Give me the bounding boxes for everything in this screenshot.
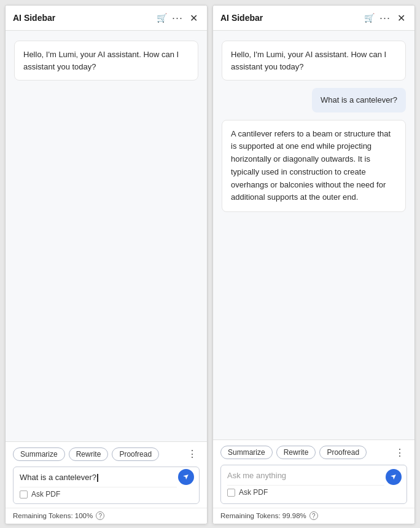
- send-button-left[interactable]: ➤: [178, 469, 194, 485]
- panel-header-left: AI Sidebar 🛒 ··· ✕: [6, 6, 207, 31]
- panel-header-right: AI Sidebar 🛒 ··· ✕: [213, 6, 414, 31]
- ask-pdf-label-left: Ask PDF: [31, 490, 60, 498]
- tokens-text-right: Remaining Tokens: 99.98%: [220, 512, 306, 519]
- left-panel: AI Sidebar 🛒 ··· ✕ Hello, I'm Lumi, your…: [5, 5, 208, 524]
- ask-pdf-checkbox-right[interactable]: [227, 489, 235, 497]
- bottom-section-left: Summarize Rewrite Proofread ⋮ What is a …: [6, 441, 207, 508]
- tokens-help-left[interactable]: ?: [96, 511, 104, 520]
- chip-summarize-right[interactable]: Summarize: [220, 446, 273, 459]
- right-panel: AI Sidebar 🛒 ··· ✕ Hello, I'm Lumi, your…: [212, 5, 415, 524]
- input-text-right[interactable]: Ask me anything: [227, 470, 384, 481]
- chip-proofread-left[interactable]: Proofread: [112, 447, 159, 461]
- chip-rewrite-left[interactable]: Rewrite: [69, 447, 109, 461]
- doc-btn-area-left: Ask PDF: [20, 487, 177, 498]
- more-icon-left[interactable]: ···: [171, 12, 184, 24]
- tokens-text-left: Remaining Tokens: 100%: [13, 512, 93, 519]
- input-area-right[interactable]: Ask me anything ➤ Ask PDF: [220, 465, 407, 504]
- bottom-section-right: Summarize Rewrite Proofread ⋮ Ask me any…: [213, 439, 414, 508]
- input-area-left[interactable]: What is a cantelever? ➤ Ask PDF: [13, 467, 200, 504]
- cart-icon-left[interactable]: 🛒: [155, 12, 168, 24]
- input-text-left[interactable]: What is a cantelever?: [20, 472, 177, 483]
- close-icon-left[interactable]: ✕: [187, 12, 200, 24]
- action-chips-left: Summarize Rewrite Proofread ⋮: [13, 447, 200, 462]
- tokens-bar-left: Remaining Tokens: 100% ?: [6, 508, 207, 524]
- bot-greeting-left: Hello, I'm Lumi, your AI assistant. How …: [14, 41, 198, 81]
- tokens-bar-right: Remaining Tokens: 99.98% ?: [213, 508, 414, 524]
- action-chips-right: Summarize Rewrite Proofread ⋮: [220, 445, 407, 460]
- chip-summarize-left[interactable]: Summarize: [13, 447, 65, 461]
- chat-area-right: Hello, I'm Lumi, your AI assistant. How …: [213, 31, 414, 439]
- panel-title-right: AI Sidebar: [220, 13, 359, 23]
- panel-title-left: AI Sidebar: [13, 13, 152, 23]
- send-button-right[interactable]: ➤: [386, 469, 402, 485]
- send-icon-right: ➤: [389, 471, 399, 481]
- ask-pdf-checkbox-left[interactable]: [20, 491, 28, 498]
- chips-more-right[interactable]: ⋮: [392, 445, 407, 460]
- cart-icon-right[interactable]: 🛒: [363, 12, 375, 24]
- chat-area-left: Hello, I'm Lumi, your AI assistant. How …: [6, 31, 207, 441]
- send-icon-left: ➤: [181, 471, 192, 481]
- ask-pdf-label-right: Ask PDF: [239, 488, 268, 497]
- text-cursor-left: [97, 474, 98, 482]
- chip-rewrite-right[interactable]: Rewrite: [276, 446, 316, 459]
- user-message-right: What is a cantelever?: [312, 88, 406, 112]
- chip-proofread-right[interactable]: Proofread: [319, 446, 367, 459]
- more-icon-right[interactable]: ···: [379, 12, 391, 24]
- bot-greeting-right: Hello, I'm Lumi, your AI assistant. How …: [222, 41, 406, 81]
- chips-more-left[interactable]: ⋮: [185, 447, 200, 462]
- doc-btn-area-right: Ask PDF: [227, 485, 384, 497]
- close-icon-right[interactable]: ✕: [395, 12, 407, 24]
- tokens-help-right[interactable]: ?: [309, 511, 318, 520]
- bot-response-right: A cantilever refers to a beam or structu…: [222, 120, 406, 213]
